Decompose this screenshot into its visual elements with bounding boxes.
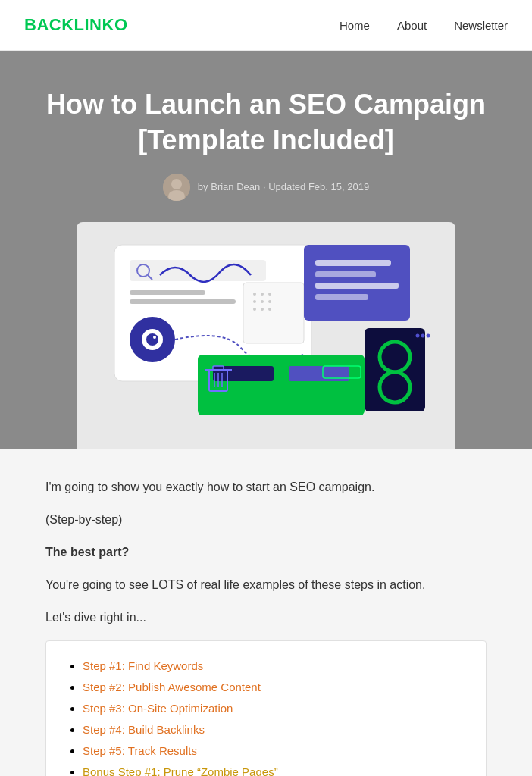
svg-point-18 <box>268 308 271 311</box>
avatar <box>163 174 190 201</box>
svg-point-12 <box>268 293 271 296</box>
svg-point-42 <box>427 333 430 337</box>
svg-rect-9 <box>243 283 304 343</box>
article-title: How to Launch an SEO Campaign [Template … <box>45 87 487 158</box>
logo-text: BACKLINK <box>24 15 114 34</box>
svg-point-16 <box>253 308 256 311</box>
author-name-text: Brian Dean <box>211 181 260 192</box>
intro-paragraph-4: Let's dive right in... <box>45 607 487 627</box>
author-info: by Brian Dean · Updated Feb. 15, 2019 <box>198 181 369 192</box>
list-item: Step #3: On-Site Optimization <box>83 702 465 715</box>
toc-link-step1[interactable]: Step #1: Find Keywords <box>83 659 203 672</box>
svg-point-15 <box>268 300 271 303</box>
toc-link-step2[interactable]: Step #2: Publish Awesome Content <box>83 681 261 693</box>
toc-link-bonus1[interactable]: Bonus Step #1: Prune “Zombie Pages” <box>83 765 278 776</box>
svg-point-10 <box>253 293 256 296</box>
toc-list: Step #1: Find Keywords Step #2: Publish … <box>67 659 465 776</box>
svg-point-13 <box>253 300 256 303</box>
author-date: Updated Feb. 15, 2019 <box>268 181 369 192</box>
svg-rect-23 <box>315 294 368 300</box>
intro-paragraph-2: (Step-by-step) <box>45 509 487 530</box>
svg-point-1 <box>171 179 182 189</box>
svg-point-41 <box>421 333 425 337</box>
svg-point-27 <box>153 336 156 339</box>
best-part-heading: The best part? <box>45 542 487 562</box>
svg-rect-30 <box>289 366 349 381</box>
svg-rect-21 <box>315 271 376 277</box>
list-item: Bonus Step #1: Prune “Zombie Pages” <box>83 765 465 776</box>
svg-point-14 <box>261 300 264 303</box>
list-item: Step #2: Publish Awesome Content <box>83 681 465 694</box>
hero-section: How to Launch an SEO Campaign [Template … <box>0 51 532 449</box>
nav-about[interactable]: About <box>397 19 427 32</box>
navbar: BACKLINKO Home About Newsletter <box>0 0 532 51</box>
svg-point-11 <box>261 293 264 296</box>
list-item: Step #1: Find Keywords <box>83 659 465 673</box>
nav-links: Home About Newsletter <box>340 19 508 32</box>
nav-newsletter[interactable]: Newsletter <box>454 19 508 32</box>
toc-link-step5[interactable]: Step #5: Track Results <box>83 744 197 757</box>
svg-rect-7 <box>130 290 205 295</box>
svg-point-26 <box>146 333 158 346</box>
svg-rect-8 <box>130 299 236 304</box>
list-item: Step #4: Build Backlinks <box>83 723 465 737</box>
table-of-contents: Step #1: Find Keywords Step #2: Publish … <box>45 640 487 776</box>
toc-link-step4[interactable]: Step #4: Build Backlinks <box>83 723 205 736</box>
intro-paragraph-3: You're going to see LOTS of real life ex… <box>45 574 487 595</box>
author-row: by Brian Dean · Updated Feb. 15, 2019 <box>45 174 487 201</box>
content-section: I'm going to show you exactly how to sta… <box>0 449 532 776</box>
svg-rect-22 <box>315 283 399 289</box>
nav-home[interactable]: Home <box>340 19 370 32</box>
intro-paragraph-1: I'm going to show you exactly how to sta… <box>45 477 487 497</box>
svg-rect-20 <box>315 260 391 266</box>
seo-illustration <box>92 237 440 434</box>
svg-point-17 <box>261 308 264 311</box>
svg-point-40 <box>416 333 420 337</box>
site-logo[interactable]: BACKLINKO <box>24 15 128 35</box>
logo-highlight: O <box>114 15 128 34</box>
toc-link-step3[interactable]: Step #3: On-Site Optimization <box>83 702 233 715</box>
list-item: Step #5: Track Results <box>83 744 465 758</box>
author-prefix: by <box>198 181 208 192</box>
hero-image-card <box>77 222 455 449</box>
svg-rect-28 <box>198 355 365 415</box>
